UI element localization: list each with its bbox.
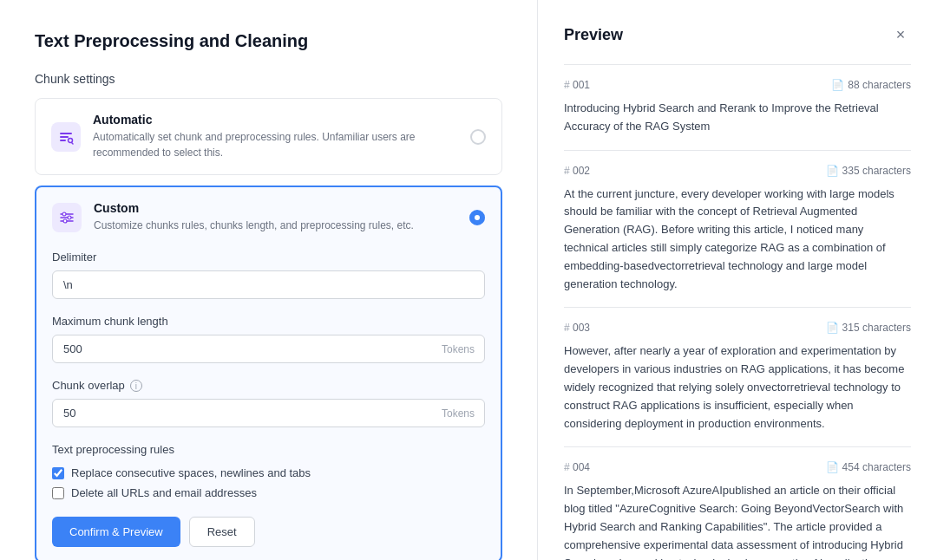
doc-icon-003: 📄 <box>826 322 839 334</box>
custom-desc: Customize chunks rules, chunks length, a… <box>94 218 457 233</box>
automatic-radio[interactable] <box>470 129 486 145</box>
svg-rect-0 <box>60 133 72 134</box>
rule1-item: Replace consecutive spaces, newlines and… <box>52 466 485 479</box>
rule1-label: Replace consecutive spaces, newlines and… <box>71 466 311 479</box>
right-panel: Preview × # 001 📄 88 characters Introduc… <box>538 0 937 560</box>
rule2-checkbox[interactable] <box>52 487 64 499</box>
custom-option-content: Custom Customize chunks rules, chunks le… <box>94 201 457 233</box>
button-row: Confirm & Preview Reset <box>52 517 485 547</box>
chunk-003-chars: 📄 315 characters <box>826 322 911 334</box>
left-panel: Text Preprocessing and Cleaning Chunk se… <box>0 0 538 560</box>
chunk-004-meta: # 004 📄 454 characters <box>564 461 911 473</box>
delimiter-label: Delimiter <box>52 251 485 264</box>
rule1-checkbox[interactable] <box>52 467 64 479</box>
custom-option-card[interactable]: Custom Customize chunks rules, chunks le… <box>35 186 502 560</box>
chunk-001-chars: 📄 88 characters <box>831 79 911 91</box>
svg-point-9 <box>68 216 71 219</box>
custom-card-header: Custom Customize chunks rules, chunks le… <box>52 201 485 233</box>
chunk-overlap-suffix: Tokens <box>442 407 475 420</box>
preprocessing-rules-group: Text preprocessing rules Replace consecu… <box>52 443 485 499</box>
max-chunk-length-suffix: Tokens <box>442 343 475 355</box>
chunk-001-meta: # 001 📄 88 characters <box>564 79 911 91</box>
automatic-desc: Automatically set chunk and preprocessin… <box>93 129 458 160</box>
automatic-icon <box>51 122 81 152</box>
preview-header: Preview × <box>564 24 911 45</box>
chunk-003-meta: # 003 📄 315 characters <box>564 322 911 334</box>
max-chunk-length-input-wrapper: Tokens <box>52 335 485 363</box>
max-chunk-length-label: Maximum chunk length <box>52 315 485 328</box>
rule2-label: Delete all URLs and email addresses <box>71 486 257 499</box>
chunks-list: # 001 📄 88 characters Introducing Hybrid… <box>564 64 911 560</box>
chunk-004-id: # 004 <box>564 461 590 473</box>
custom-title: Custom <box>94 201 457 215</box>
chunk-item-002: # 002 📄 335 characters At the current ju… <box>564 150 911 308</box>
svg-rect-1 <box>60 136 69 138</box>
preprocessing-rules-label: Text preprocessing rules <box>52 443 485 456</box>
chunk-002-chars: 📄 335 characters <box>826 165 911 177</box>
svg-rect-2 <box>60 140 66 141</box>
reset-button[interactable]: Reset <box>189 517 255 547</box>
chunk-004-chars: 📄 454 characters <box>826 461 911 473</box>
automatic-option-content: Automatic Automatically set chunk and pr… <box>93 113 458 160</box>
chunk-settings-label: Chunk settings <box>35 72 502 86</box>
custom-icon <box>52 203 82 232</box>
confirm-preview-button[interactable]: Confirm & Preview <box>52 517 180 547</box>
chunk-overlap-info-icon[interactable]: i <box>130 380 142 392</box>
chunk-001-id: # 001 <box>564 79 590 91</box>
chunk-003-id: # 003 <box>564 322 590 334</box>
doc-icon-004: 📄 <box>826 461 839 473</box>
svg-point-3 <box>69 138 73 142</box>
chunk-item-004: # 004 📄 454 characters In September,Micr… <box>564 446 911 560</box>
rule2-item: Delete all URLs and email addresses <box>52 486 485 499</box>
chunk-item-003: # 003 📄 315 characters However, after ne… <box>564 307 911 446</box>
doc-icon-001: 📄 <box>831 79 844 91</box>
chunk-003-text: However, after nearly a year of explorat… <box>564 342 911 433</box>
automatic-title: Automatic <box>93 113 458 127</box>
max-chunk-length-field-group: Maximum chunk length Tokens <box>52 315 485 363</box>
max-chunk-length-input[interactable] <box>52 335 485 363</box>
svg-point-10 <box>63 219 67 223</box>
page-title: Text Preprocessing and Cleaning <box>35 31 502 51</box>
svg-point-8 <box>62 212 66 216</box>
chunk-overlap-label: Chunk overlap i <box>52 379 485 392</box>
chunk-002-meta: # 002 📄 335 characters <box>564 165 911 177</box>
chunk-004-text: In September,Microsoft AzureAIpublished … <box>564 482 911 560</box>
chunk-overlap-input-wrapper: Tokens <box>52 399 485 427</box>
svg-line-4 <box>72 142 73 143</box>
chunk-001-text: Introducing Hybrid Search and Rerank to … <box>564 100 911 136</box>
chunk-002-id: # 002 <box>564 165 590 177</box>
chunk-002-text: At the current juncture, every developer… <box>564 186 911 294</box>
chunk-item-001: # 001 📄 88 characters Introducing Hybrid… <box>564 64 911 150</box>
delimiter-input[interactable] <box>52 270 485 299</box>
doc-icon-002: 📄 <box>826 165 839 177</box>
chunk-overlap-field-group: Chunk overlap i Tokens <box>52 379 485 427</box>
custom-radio[interactable] <box>469 210 485 225</box>
close-button[interactable]: × <box>890 24 911 45</box>
delimiter-field-group: Delimiter <box>52 251 485 299</box>
preview-title: Preview <box>564 26 623 44</box>
chunk-overlap-input[interactable] <box>52 399 485 427</box>
automatic-option-card[interactable]: Automatic Automatically set chunk and pr… <box>35 98 502 175</box>
